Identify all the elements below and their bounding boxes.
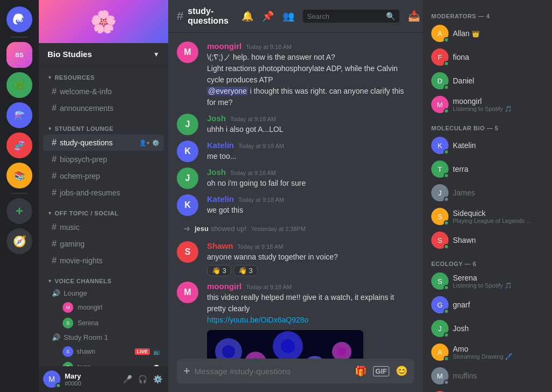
message-author[interactable]: Josh bbox=[207, 167, 226, 177]
member-avatar: J bbox=[431, 184, 448, 201]
header-icons: 🔔 📌 👥 🔍 📥 @ ❓ bbox=[242, 10, 423, 23]
server-icon-5[interactable]: 📚 bbox=[6, 163, 32, 188]
members-icon[interactable]: 👥 bbox=[282, 10, 294, 22]
search-input[interactable] bbox=[307, 12, 383, 20]
video-thumbnail[interactable]: ▶ bbox=[207, 330, 363, 359]
message-text: Light reactions photophosphorylate ADP, … bbox=[207, 63, 414, 86]
gif-icon[interactable]: GIF bbox=[373, 366, 389, 376]
message-author[interactable]: Katelin bbox=[207, 141, 234, 150]
user-discriminator: #0000 bbox=[65, 380, 116, 387]
member-moongirl[interactable]: M moongirl Listening to Spotify 🎵 bbox=[427, 93, 548, 116]
message-author[interactable]: Katelin bbox=[207, 194, 234, 204]
message-timestamp: Today at 9:18 AM bbox=[230, 170, 276, 176]
message-input[interactable] bbox=[195, 361, 355, 381]
pin-icon[interactable]: 📌 bbox=[262, 10, 274, 22]
channel-study-questions[interactable]: # study-questions 👤+ ⚙️ bbox=[43, 135, 164, 151]
message-text: this video really helped me!! give it a … bbox=[207, 292, 414, 314]
member-muffins[interactable]: M muffins bbox=[427, 364, 548, 388]
server-bio-studies[interactable]: BS bbox=[6, 42, 32, 68]
channel-welcome[interactable]: # welcome-&-info bbox=[43, 83, 164, 100]
message-author[interactable]: moongirl bbox=[207, 282, 242, 291]
member-shawn[interactable]: S Shawn bbox=[427, 228, 548, 252]
headphones-button[interactable]: 🎧 bbox=[136, 373, 149, 386]
gift-icon[interactable]: 🎁 bbox=[355, 365, 367, 377]
input-right-icons: 🎁 GIF 😊 bbox=[355, 365, 408, 377]
voice-channel-icon: 🔊 bbox=[52, 289, 60, 297]
channel-ochem[interactable]: # ochem-prep bbox=[43, 168, 164, 184]
channel-name: music bbox=[60, 223, 80, 232]
message-header: Josh Today at 9:18 AM bbox=[207, 114, 414, 123]
add-member-icon[interactable]: 👤+ bbox=[139, 139, 150, 146]
channel-movie-nights[interactable]: # movie-nights bbox=[43, 253, 164, 269]
mic-button[interactable]: 🎤 bbox=[121, 373, 134, 386]
voice-user-terra[interactable]: T terra 💬 bbox=[43, 360, 164, 366]
channel-gaming[interactable]: # gaming bbox=[43, 236, 164, 252]
message-content: moongirl Today at 9:18 AM \(;∇;)ノ help. … bbox=[207, 41, 414, 108]
hash-icon: # bbox=[52, 222, 57, 232]
server-icon-2[interactable]: 🌿 bbox=[6, 72, 32, 98]
voice-channel-name: Lounge bbox=[64, 289, 87, 297]
server-icon-3[interactable]: ⚗️ bbox=[6, 102, 32, 128]
reaction-wave-1[interactable]: 👋 3 bbox=[207, 265, 231, 276]
channel-active-icons: 👤+ ⚙️ bbox=[139, 139, 160, 146]
message-link-text[interactable]: https://youtu.be/OiDx6aQ928o bbox=[207, 314, 414, 326]
member-gnarf[interactable]: G gnarf bbox=[427, 293, 548, 317]
header-hash-icon: # bbox=[177, 9, 183, 23]
message-timestamp: Today at 9:18 AM bbox=[238, 197, 284, 203]
bell-icon[interactable]: 🔔 bbox=[242, 10, 253, 22]
settings-icon[interactable]: ⚙️ bbox=[152, 139, 160, 146]
voice-channels-category[interactable]: ▼ Voice Channels bbox=[39, 269, 168, 286]
server-name: Bio Studies bbox=[47, 50, 92, 59]
message-group: K Katelin Today at 9:18 AM me too... bbox=[177, 141, 414, 162]
member-courtney[interactable]: C Courtney bbox=[427, 388, 548, 392]
member-serena[interactable]: S Serena Listening to Spotify 🎵 bbox=[427, 269, 548, 293]
server-header[interactable]: Bio Studies ▼ bbox=[39, 43, 168, 66]
member-terra[interactable]: T terra bbox=[427, 157, 548, 181]
member-amo[interactable]: A Amo Streaming Drawing 🖊️ bbox=[427, 340, 548, 364]
voice-user-shawn[interactable]: S shawn LIVE 📺 bbox=[43, 344, 164, 359]
member-allan[interactable]: A Allan 👑 bbox=[427, 22, 548, 45]
server-divider-2 bbox=[11, 193, 28, 194]
message-author[interactable]: Shawn bbox=[207, 241, 233, 250]
channel-jobs[interactable]: # jobs-and-resumes bbox=[43, 185, 164, 201]
discord-home-button[interactable] bbox=[6, 6, 32, 32]
channel-announcements[interactable]: # announcements bbox=[43, 100, 164, 116]
voice-study-room-1[interactable]: 🔊 Study Room 1 bbox=[43, 331, 164, 344]
member-name: gnarf bbox=[453, 300, 470, 309]
voice-lounge[interactable]: 🔊 Lounge bbox=[43, 287, 164, 299]
reaction-wave-2[interactable]: 👋 3 bbox=[233, 265, 258, 276]
resources-category[interactable]: ▼ Resources bbox=[39, 66, 168, 83]
member-daniel[interactable]: D Daniel bbox=[427, 69, 548, 93]
voice-user-serena[interactable]: S Serena bbox=[43, 316, 164, 331]
channel-biopsych[interactable]: # biopsych-prep bbox=[43, 151, 164, 167]
search-bar[interactable]: 🔍 bbox=[303, 10, 399, 23]
emoji-icon[interactable]: 😊 bbox=[396, 365, 408, 377]
add-server-button[interactable]: + bbox=[6, 198, 32, 224]
member-activity: Listening to Spotify 🎵 bbox=[453, 282, 512, 289]
member-fiona[interactable]: F fiona bbox=[427, 45, 548, 69]
channel-music[interactable]: # music bbox=[43, 219, 164, 235]
off-topic-category[interactable]: ▼ Off Topic / Social bbox=[39, 201, 168, 219]
settings-button[interactable]: ⚙️ bbox=[151, 373, 164, 386]
inbox-icon[interactable]: 📥 bbox=[408, 10, 420, 22]
server-icon-4[interactable]: 🧬 bbox=[6, 132, 32, 158]
member-james[interactable]: J James bbox=[427, 181, 548, 205]
member-info: moongirl Listening to Spotify 🎵 bbox=[453, 97, 512, 113]
active-channel-name: study-questions bbox=[60, 138, 136, 147]
video-embed: ▶ bbox=[207, 330, 363, 359]
member-katelin[interactable]: K Katelin bbox=[427, 134, 548, 157]
message-author[interactable]: moongirl bbox=[207, 41, 242, 51]
member-name: Serena bbox=[453, 274, 512, 282]
member-activity: Playing League of Legends 🎮 bbox=[453, 218, 534, 225]
message-header: moongirl Today at 9:18 AM bbox=[207, 41, 414, 51]
member-sidequick[interactable]: S Sidequick Playing League of Legends 🎮 bbox=[427, 205, 548, 228]
member-activity: Listening to Spotify 🎵 bbox=[453, 106, 512, 113]
member-josh[interactable]: J Josh bbox=[427, 317, 548, 340]
student-lounge-category[interactable]: ▼ Student Lounge bbox=[39, 117, 168, 134]
user-status-dot bbox=[56, 383, 61, 388]
voice-user-moongirl[interactable]: M moongirl bbox=[43, 300, 164, 315]
plus-icon[interactable]: + bbox=[183, 359, 195, 383]
explore-servers-button[interactable]: 🧭 bbox=[6, 228, 32, 254]
member-avatar: K bbox=[431, 137, 448, 154]
message-author[interactable]: Josh bbox=[207, 114, 226, 123]
